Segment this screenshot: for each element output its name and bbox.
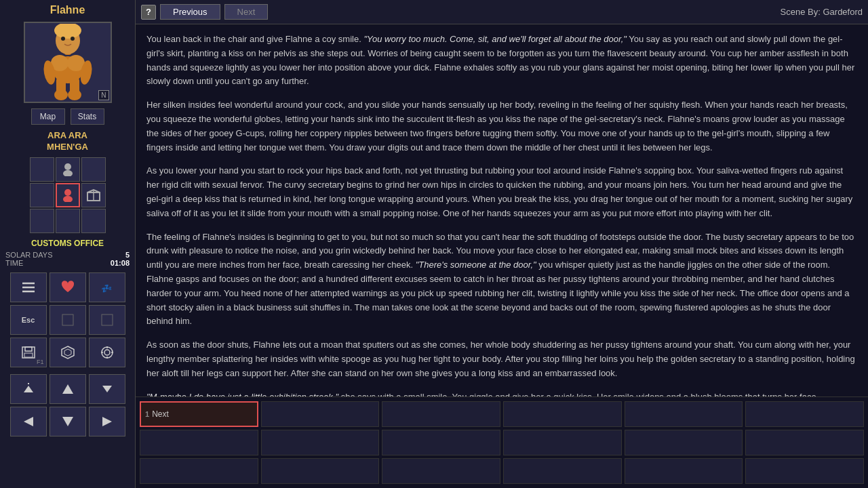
inv-cell-8[interactable] bbox=[81, 209, 106, 233]
story-para-0: You lean back in the chair and give Flah… bbox=[146, 33, 857, 89]
nav-down[interactable] bbox=[50, 407, 86, 436]
previous-button[interactable]: Previous bbox=[160, 4, 220, 20]
choice-cell-4[interactable] bbox=[625, 401, 743, 427]
stats-button[interactable]: Stats bbox=[71, 108, 104, 125]
inv-cell-6[interactable] bbox=[30, 209, 54, 233]
choice-number-0: 1 bbox=[145, 410, 149, 418]
choice-cell-13[interactable] bbox=[261, 458, 380, 484]
svg-rect-24 bbox=[62, 314, 73, 325]
time-value: 01:08 bbox=[111, 259, 130, 267]
person-icon-2 bbox=[61, 188, 75, 202]
choice-cell-12[interactable] bbox=[140, 458, 258, 484]
choice-cell-8[interactable] bbox=[382, 430, 500, 455]
svg-rect-27 bbox=[25, 347, 32, 351]
char-name: Flahne bbox=[50, 4, 85, 16]
svg-marker-42 bbox=[62, 417, 73, 426]
svg-marker-29 bbox=[62, 346, 74, 359]
inv-cell-1[interactable] bbox=[56, 157, 80, 182]
right-arrow-icon bbox=[100, 414, 115, 429]
save-action-btn[interactable]: F1 bbox=[10, 338, 47, 367]
choice-cell-11[interactable] bbox=[745, 430, 864, 455]
target-icon bbox=[100, 313, 115, 327]
svg-point-14 bbox=[64, 163, 71, 170]
esc-label: Esc bbox=[22, 316, 35, 324]
main-content: ? Previous Next Scene By: Gardeford You … bbox=[136, 0, 868, 488]
choice-cell-0[interactable]: 1 Next bbox=[140, 401, 258, 427]
next-button-top[interactable]: Next bbox=[224, 4, 269, 20]
story-para-3: The feeling of Flahne's insides is begin… bbox=[146, 230, 857, 329]
choice-cell-5[interactable] bbox=[745, 401, 864, 427]
inv-cell-5[interactable] bbox=[81, 183, 106, 207]
f1-key-label: F1 bbox=[37, 359, 44, 365]
choice-cell-1[interactable] bbox=[261, 401, 380, 427]
menu-action-btn[interactable] bbox=[10, 272, 47, 302]
sidebar: Flahne bbox=[0, 0, 136, 488]
sleep-icon: 💤 bbox=[100, 281, 115, 294]
inv-cell-3[interactable] bbox=[30, 183, 54, 207]
nav-right[interactable] bbox=[89, 407, 125, 436]
choice-cell-6[interactable] bbox=[140, 430, 258, 455]
heart-icon bbox=[60, 281, 75, 294]
hex-icon bbox=[60, 345, 75, 360]
location-label: CUSTOMS OFFICE bbox=[31, 239, 104, 248]
svg-marker-41 bbox=[24, 417, 33, 426]
nav-top-left[interactable] bbox=[10, 374, 47, 404]
esc-action-btn[interactable]: Esc bbox=[10, 305, 47, 335]
inv-cell-4[interactable] bbox=[56, 183, 80, 207]
move-down-in-icon bbox=[100, 382, 115, 396]
story-para-4: As soon as the door shuts, Flahne lets o… bbox=[146, 338, 857, 380]
choice-cell-17[interactable] bbox=[745, 458, 864, 484]
help-button[interactable]: ? bbox=[141, 5, 156, 20]
choice-cell-9[interactable] bbox=[503, 430, 622, 455]
nav-up[interactable] bbox=[50, 374, 86, 404]
char-name-label: ARA ARA MHEN'GA bbox=[47, 130, 88, 153]
box-icon bbox=[86, 188, 101, 202]
time-info: SOLAR DAYS 5 TIME 01:08 bbox=[0, 249, 135, 268]
choice-cell-7[interactable] bbox=[261, 430, 380, 455]
choice-cell-2[interactable] bbox=[382, 401, 500, 427]
choice-cell-3[interactable] bbox=[503, 401, 622, 427]
person-icon bbox=[61, 163, 75, 176]
map-button[interactable]: Map bbox=[31, 108, 65, 125]
portrait-container bbox=[25, 23, 111, 102]
f1-extra-btn[interactable] bbox=[50, 305, 86, 335]
character-portrait-svg bbox=[37, 24, 98, 102]
svg-rect-25 bbox=[102, 314, 113, 325]
heart-action-btn[interactable] bbox=[50, 272, 86, 302]
choice-cell-16[interactable] bbox=[625, 458, 743, 484]
unknown-icon bbox=[60, 313, 75, 327]
svg-marker-37 bbox=[24, 386, 33, 392]
down-arrow-icon bbox=[60, 414, 75, 429]
svg-point-32 bbox=[104, 350, 110, 355]
nav-top-right[interactable] bbox=[89, 374, 125, 404]
bottom-nav-area: 1 Next bbox=[136, 396, 868, 488]
up-arrow-icon bbox=[60, 382, 75, 396]
left-arrow-icon bbox=[21, 414, 36, 429]
svg-point-15 bbox=[63, 170, 73, 176]
choice-cell-10[interactable] bbox=[625, 430, 743, 455]
target-btn[interactable] bbox=[89, 305, 125, 335]
choice-cell-14[interactable] bbox=[382, 458, 500, 484]
menu-icon bbox=[21, 281, 36, 293]
choice-label-0: Next bbox=[152, 409, 169, 419]
inv-cell-2[interactable] bbox=[81, 157, 106, 182]
svg-point-12 bbox=[61, 37, 65, 41]
sleep-action-btn[interactable]: 💤 bbox=[89, 272, 125, 302]
choice-cell-15[interactable] bbox=[503, 458, 622, 484]
inv-cell-0[interactable] bbox=[30, 157, 54, 182]
svg-point-13 bbox=[71, 37, 75, 41]
svg-marker-43 bbox=[102, 417, 112, 426]
nav-left[interactable] bbox=[10, 407, 47, 436]
circle-action-btn[interactable] bbox=[89, 338, 125, 367]
story-para-5: "M-maybe I do have just a little exhibit… bbox=[146, 390, 857, 396]
choice-grid: 1 Next bbox=[140, 401, 864, 484]
hex-action-btn[interactable] bbox=[50, 338, 86, 367]
solar-days-label: SOLAR DAYS bbox=[5, 251, 53, 259]
inventory-grid bbox=[30, 157, 106, 233]
scene-credit: Scene By: Gardeford bbox=[781, 7, 863, 17]
inv-cell-7[interactable] bbox=[56, 209, 80, 233]
svg-rect-28 bbox=[24, 353, 33, 357]
story-para-2: As you lower your hand you start to rock… bbox=[146, 164, 857, 220]
char-portrait: N bbox=[24, 22, 112, 103]
story-text: You lean back in the chair and give Flah… bbox=[136, 24, 868, 396]
